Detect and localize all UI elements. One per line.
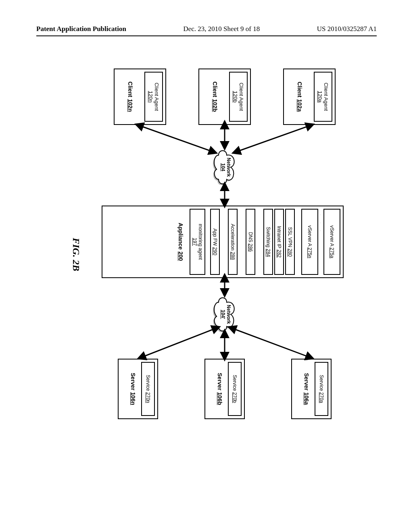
client-agent-120a: Client Agent 120a bbox=[314, 72, 332, 122]
service-270a: Service 270a bbox=[315, 362, 328, 416]
server-box-106a: Service 270a Server 106a bbox=[291, 359, 332, 419]
header-center: Dec. 23, 2010 Sheet 9 of 18 bbox=[183, 25, 260, 33]
intranet-ip-282: Intranet IP 282 bbox=[274, 209, 284, 275]
svg-line-0 bbox=[235, 126, 309, 152]
network-cloud-104: Network 104 bbox=[211, 147, 239, 187]
ellipsis-dots: . . . bbox=[319, 206, 322, 277]
acceleration-288: Acceleration 288 bbox=[228, 209, 238, 275]
app-fw-290: App FW 290 bbox=[210, 209, 220, 275]
header-right: US 2010/0325287 A1 bbox=[317, 25, 377, 33]
vserver-275n: vServer A 275n bbox=[301, 209, 318, 275]
service-270n: Service 270n bbox=[141, 362, 155, 416]
server-box-106b: Service 270b Server 106b bbox=[204, 359, 245, 419]
figure-caption: FIG. 2B bbox=[71, 238, 81, 271]
appliance-200: vServer A 275a . . . vServer A 275n SSL … bbox=[102, 206, 344, 278]
client-agent-120b: Client Agent 120b bbox=[229, 72, 248, 122]
header-left: Patent Application Publication bbox=[36, 25, 126, 33]
switching-284: Switching 284 bbox=[263, 209, 273, 275]
client-box-102a: Client Agent 120a Client 102a bbox=[283, 69, 336, 125]
network-cloud-104p: Network 104' bbox=[211, 294, 239, 335]
dns-286: DNS 286 bbox=[246, 209, 255, 275]
svg-line-2 bbox=[140, 126, 215, 152]
figure-rotated-container: Client Agent 120a Client 102a Client Age… bbox=[53, 60, 360, 463]
client-agent-120n: Client Agent 120n bbox=[144, 72, 163, 122]
server-box-106n: Service 270n Server 106n bbox=[118, 359, 158, 419]
svg-line-5 bbox=[233, 328, 311, 358]
monitoring-agent-197: monitoring agent 197 bbox=[190, 209, 205, 275]
page-header: Patent Application Publication Dec. 23, … bbox=[36, 25, 377, 36]
vserver-275a: vServer A 275a bbox=[323, 209, 340, 275]
client-box-102b: Client Agent 120b Client 102b bbox=[198, 69, 251, 125]
ssl-vpn-280: SSL VPN 280 bbox=[285, 209, 295, 275]
svg-line-7 bbox=[140, 328, 215, 358]
figure-2b: Client Agent 120a Client 102a Client Age… bbox=[36, 60, 377, 463]
service-270b: Service 270b bbox=[228, 362, 242, 416]
client-box-102n: Client Agent 120n Client 102n bbox=[114, 69, 166, 125]
